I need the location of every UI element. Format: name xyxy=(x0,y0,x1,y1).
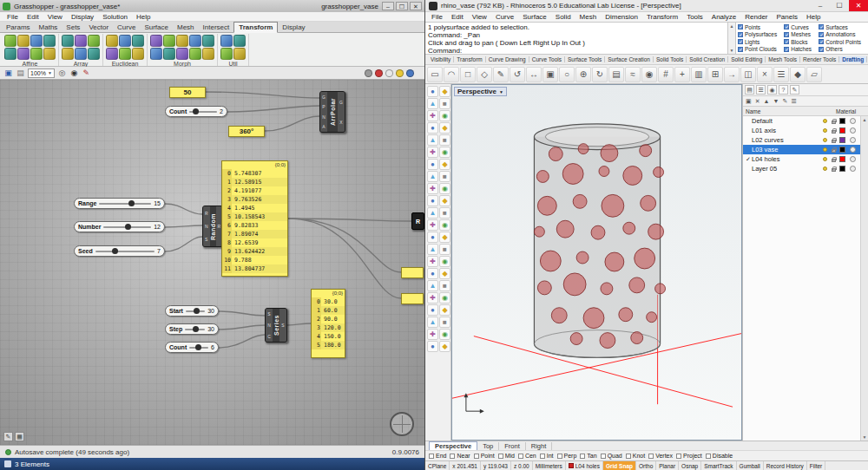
toolbar-icon[interactable]: ▤ xyxy=(608,67,624,82)
checkbox-icon[interactable] xyxy=(676,454,681,459)
ribbon-tool-icon[interactable] xyxy=(176,35,188,47)
toolbar-icon[interactable]: ↻ xyxy=(592,67,608,82)
sidebar-tool-icon[interactable]: ■ xyxy=(439,207,450,219)
sidebar-tool-icon[interactable]: ◆ xyxy=(439,122,450,134)
gh-panel-stub-1[interactable] xyxy=(401,267,424,278)
sidebar-tool-icon[interactable]: ◆ xyxy=(439,341,450,352)
lock-icon[interactable] xyxy=(829,119,838,124)
viewport-tab-perspective[interactable]: Perspective xyxy=(429,441,477,451)
gh-tab-params[interactable]: Params xyxy=(2,23,35,32)
sidebar-tool-icon[interactable]: ◉ xyxy=(439,147,450,158)
output-nub[interactable]: G xyxy=(339,100,343,105)
status-planar[interactable]: Planar xyxy=(656,461,679,470)
menu-transform[interactable]: Transform xyxy=(642,13,682,21)
sidebar-tool-icon[interactable]: ✚ xyxy=(427,292,438,304)
osnap-point[interactable]: Point xyxy=(474,453,495,459)
minimize-button[interactable]: – xyxy=(382,2,394,10)
sidebar-tool-icon[interactable]: ▲ xyxy=(427,171,438,182)
new-layer-icon[interactable]: ▣ xyxy=(746,98,752,105)
menu-surface[interactable]: Surface xyxy=(518,13,551,21)
osnap-tan[interactable]: Tan xyxy=(580,453,596,459)
hole-sphere[interactable] xyxy=(599,166,609,177)
gh-tab-sets[interactable]: Sets xyxy=(62,23,84,32)
slider-knob[interactable] xyxy=(193,108,199,114)
lock-icon[interactable] xyxy=(829,147,838,153)
ribbon-tool-icon[interactable] xyxy=(220,48,233,60)
ribbon-tool-icon[interactable] xyxy=(62,48,74,60)
slider-knob[interactable] xyxy=(128,200,135,206)
checkbox-icon[interactable] xyxy=(706,454,711,459)
preview-display-icon[interactable] xyxy=(406,69,414,77)
rhino-tab-surface-tools[interactable]: Surface Tools xyxy=(565,56,605,62)
checkbox-icon[interactable] xyxy=(580,454,585,459)
toolbar-icon[interactable]: × xyxy=(757,67,773,82)
toolbar-icon[interactable]: ≈ xyxy=(625,67,641,82)
sidebar-tool-icon[interactable]: ▲ xyxy=(427,207,438,219)
layer-color-swatch[interactable] xyxy=(838,127,846,134)
toolbar-icon[interactable]: ▭ xyxy=(427,67,443,82)
filter-blocks[interactable]: Blocks xyxy=(784,38,817,46)
osnap-int[interactable]: Int xyxy=(540,453,554,459)
component-body[interactable]: Random xyxy=(210,206,216,246)
sidebar-tool-icon[interactable]: ■ xyxy=(439,98,450,109)
toolbar-icon[interactable]: ⊞ xyxy=(707,67,723,82)
compass-toggle-icon[interactable]: ◎ xyxy=(57,69,67,78)
filter-meshes[interactable]: Meshes xyxy=(784,31,817,39)
layer-filter-icon[interactable]: ☰ xyxy=(791,98,796,105)
layers-scrollbar[interactable]: ▲ ▼ xyxy=(860,116,868,441)
delete-layer-icon[interactable]: ✕ xyxy=(755,98,760,105)
move-down-icon[interactable]: ▼ xyxy=(773,98,779,104)
hole-sphere[interactable] xyxy=(629,277,645,293)
component-body[interactable]: Series xyxy=(273,309,279,342)
output-nub[interactable]: S xyxy=(281,323,284,328)
gh-panel-stub-2[interactable] xyxy=(401,293,424,304)
sidebar-tool-icon[interactable]: ● xyxy=(427,195,438,206)
status-cplane[interactable]: CPlane xyxy=(425,461,450,470)
checkbox-checked-icon[interactable] xyxy=(738,24,743,29)
layers-panel-tab-icon[interactable]: ☰ xyxy=(756,85,766,95)
rhino-tab-solid-creation[interactable]: Solid Creation xyxy=(687,56,728,62)
properties-panel-tab-icon[interactable]: ▤ xyxy=(745,85,754,95)
ribbon-tool-icon[interactable] xyxy=(17,48,30,60)
checkbox-checked-icon[interactable] xyxy=(784,47,789,52)
visibility-bulb-icon[interactable] xyxy=(820,138,829,142)
material-icon[interactable] xyxy=(846,137,858,143)
sidebar-tool-icon[interactable]: ◉ xyxy=(439,292,450,304)
input-nub[interactable]: A xyxy=(322,124,325,129)
sidebar-tool-icon[interactable]: ✚ xyxy=(427,219,438,231)
layer-row-layer-05[interactable]: Layer 05 xyxy=(743,164,860,173)
sidebar-tool-icon[interactable]: ◆ xyxy=(439,86,450,97)
shaded-display-icon[interactable] xyxy=(375,69,383,77)
filter-control-points[interactable]: Control Points xyxy=(819,38,866,46)
filter-others[interactable]: Others xyxy=(819,46,866,54)
hole-sphere[interactable] xyxy=(537,281,551,295)
menu-edit[interactable]: Edit xyxy=(23,13,43,21)
filter-points[interactable]: Points xyxy=(738,23,782,31)
grasshopper-titlebar[interactable]: Grasshopper - grasshopper_vase* grasshop… xyxy=(0,0,424,12)
command-scrollbar[interactable]: ▲ ▼ xyxy=(728,23,736,54)
ribbon-tool-icon[interactable] xyxy=(189,48,201,60)
menu-mesh[interactable]: Mesh xyxy=(575,13,602,21)
toolbar-icon[interactable]: ☰ xyxy=(773,67,789,82)
hole-sphere[interactable] xyxy=(601,283,613,295)
material-icon[interactable] xyxy=(846,156,858,162)
visibility-bulb-icon[interactable] xyxy=(820,157,829,161)
sidebar-tool-icon[interactable]: ✚ xyxy=(427,329,438,340)
menu-analyze[interactable]: Analyze xyxy=(707,13,740,21)
osnap-quad[interactable]: Quad xyxy=(601,453,622,459)
scroll-down-icon[interactable]: ▼ xyxy=(730,48,734,53)
visibility-bulb-icon[interactable] xyxy=(820,128,829,133)
sidebar-tool-icon[interactable]: ■ xyxy=(439,244,450,255)
ribbon-tool-icon[interactable] xyxy=(189,35,201,47)
input-nub[interactable]: R xyxy=(205,211,208,216)
viewport-tab-right[interactable]: Right xyxy=(526,442,553,450)
toolbar-icon[interactable]: ▱ xyxy=(806,67,822,82)
filter-polysurfaces[interactable]: Polysurfaces xyxy=(738,31,782,39)
input-nub[interactable]: N xyxy=(322,114,326,120)
viewport-tab-front[interactable]: Front xyxy=(499,442,526,450)
toolbar-icon[interactable]: ◆ xyxy=(790,67,806,82)
rename-layer-icon[interactable]: ✎ xyxy=(782,98,787,105)
toolbar-icon[interactable]: ⊕ xyxy=(575,67,591,82)
material-icon[interactable] xyxy=(846,166,858,172)
scroll-down-icon[interactable]: ▼ xyxy=(863,434,867,440)
